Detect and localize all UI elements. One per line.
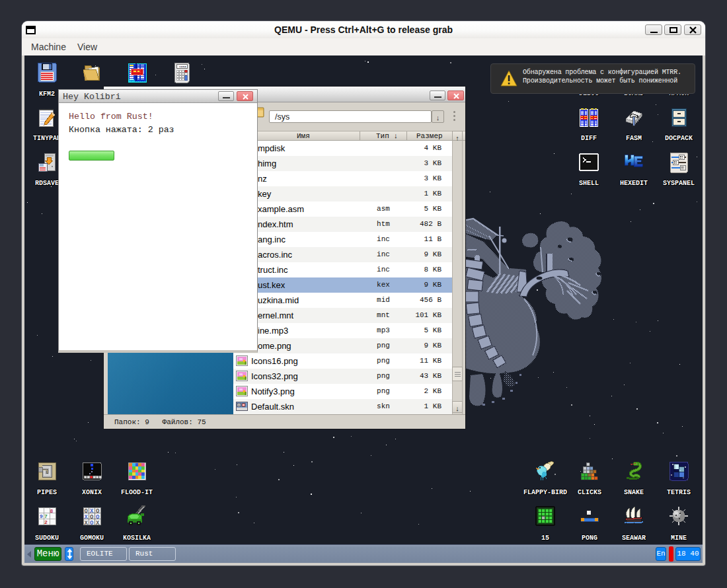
svg-text:O: O [90,520,94,527]
svg-text:X: X [96,520,100,527]
svg-text:X: X [85,520,89,527]
svg-text:8: 8 [50,508,54,514]
svg-text:2: 2 [44,519,48,525]
svg-text:9: 9 [40,513,43,519]
svg-text:BOA: BOA [129,79,135,83]
svg-text:1234: 1234 [179,65,186,68]
